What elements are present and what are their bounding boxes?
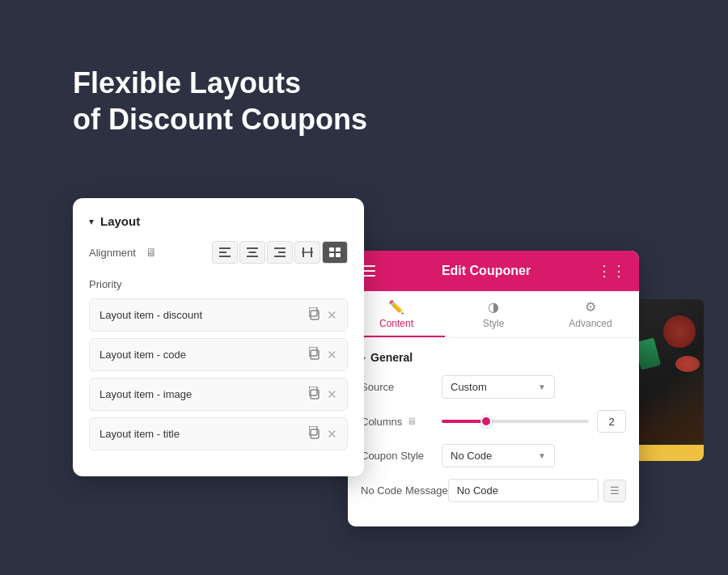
layout-item-image-name: Layout item - image (99, 388, 309, 400)
hero-section: Flexible Layouts of Discount Coupons (73, 65, 367, 137)
svg-rect-14 (329, 253, 334, 257)
source-value: Custom (451, 381, 487, 393)
layout-item-title: Layout item - title ✕ (89, 417, 348, 450)
align-stretch-button[interactable] (294, 241, 320, 264)
alignment-row: Alignment 🖥 (89, 241, 348, 264)
svg-rect-12 (329, 247, 334, 252)
coupon-style-value: No Code (451, 450, 492, 462)
remove-image-button[interactable]: ✕ (327, 387, 337, 402)
content-tab-icon: ✏️ (388, 299, 404, 315)
alignment-label: Alignment (89, 247, 136, 259)
nocode-msg-input[interactable]: No Code (448, 479, 599, 502)
layout-panel-header: ▾ Layout (89, 214, 348, 228)
svg-rect-6 (274, 247, 286, 249)
svg-rect-3 (247, 247, 258, 249)
advanced-tab-icon: ⚙ (585, 299, 596, 315)
source-row: Source Custom ▼ (361, 375, 626, 399)
svg-rect-1 (219, 252, 226, 253)
general-section-title: General (361, 351, 626, 364)
hero-line2: of Discount Coupons (73, 103, 367, 136)
copy-image-button[interactable] (309, 387, 320, 402)
edit-panel-title: Edit Couponer (442, 264, 531, 278)
align-right-button[interactable] (267, 241, 293, 264)
coupon-style-label: Coupon Style (361, 450, 442, 462)
svg-rect-2 (219, 256, 231, 257)
priority-label: Priority (89, 278, 348, 290)
nocode-msg-row: No Code Message No Code ☰ (361, 479, 626, 502)
copy-discount-button[interactable] (309, 307, 320, 323)
layout-item-discount: Layout item - discount ✕ (89, 298, 348, 332)
columns-label: Columns 🖥 (361, 416, 442, 428)
columns-value: 2 (597, 410, 626, 433)
source-label: Source (361, 381, 442, 393)
copy-title-button[interactable] (309, 426, 320, 442)
tab-advanced[interactable]: ⚙ Advanced (542, 291, 639, 337)
columns-monitor-icon: 🖥 (407, 416, 417, 427)
nocode-msg-icon[interactable]: ☰ (603, 480, 626, 502)
svg-rect-7 (278, 252, 286, 253)
alignment-buttons (212, 241, 348, 264)
layout-item-code-name: Layout item - code (99, 349, 309, 361)
layout-item-image-actions: ✕ (309, 387, 337, 402)
align-center-button[interactable] (239, 241, 265, 264)
svg-rect-4 (249, 252, 256, 253)
svg-rect-13 (336, 247, 341, 252)
remove-discount-button[interactable]: ✕ (327, 308, 337, 323)
edit-panel-body: General Source Custom ▼ Columns 🖥 (348, 338, 639, 526)
layout-item-image: Layout item - image ✕ (89, 378, 348, 411)
collapse-icon[interactable]: ▾ (89, 216, 94, 227)
edit-couponer-panel: Edit Couponer ⋮⋮ ✏️ Content ◑ Style ⚙ Ad… (348, 251, 639, 526)
columns-slider[interactable] (442, 420, 589, 423)
layout-item-code-actions: ✕ (309, 347, 337, 362)
food-image-card (631, 299, 704, 461)
remove-title-button[interactable]: ✕ (327, 427, 337, 442)
remove-code-button[interactable]: ✕ (327, 348, 337, 362)
svg-rect-8 (274, 256, 286, 257)
tab-advanced-label: Advanced (569, 318, 612, 329)
layout-panel: ▾ Layout Alignment 🖥 Priority Layou (73, 198, 364, 476)
layout-item-title-name: Layout item - title (99, 428, 309, 440)
svg-rect-0 (219, 247, 231, 249)
svg-rect-15 (336, 253, 341, 257)
source-chevron-icon: ▼ (538, 383, 546, 391)
align-custom-button[interactable] (322, 241, 348, 264)
layout-item-discount-actions: ✕ (309, 307, 337, 323)
hero-line1: Flexible Layouts (73, 66, 301, 99)
columns-control: 2 (442, 410, 626, 433)
nocode-msg-label: No Code Message (361, 484, 448, 497)
food-card-yellow-bar (631, 445, 704, 461)
monitor-icon: 🖥 (146, 246, 157, 259)
source-control: Custom ▼ (442, 375, 626, 399)
columns-row: Columns 🖥 2 (361, 410, 626, 433)
edit-panel-header: Edit Couponer ⋮⋮ (348, 251, 639, 291)
tab-style[interactable]: ◑ Style (445, 291, 542, 337)
style-tab-icon: ◑ (488, 299, 499, 315)
copy-code-button[interactable] (309, 347, 320, 362)
coupon-style-select[interactable]: No Code ▼ (442, 444, 555, 467)
coupon-style-chevron-icon: ▼ (538, 451, 546, 460)
svg-rect-5 (247, 256, 258, 257)
coupon-style-control: No Code ▼ (442, 444, 626, 467)
tab-content-label: Content (379, 318, 413, 329)
nocode-msg-control: No Code ☰ (448, 479, 626, 502)
layout-item-title-actions: ✕ (309, 426, 337, 442)
layout-item-discount-name: Layout item - discount (99, 309, 309, 321)
tab-style-label: Style (483, 318, 505, 329)
source-select[interactable]: Custom ▼ (442, 375, 555, 399)
grid-icon[interactable]: ⋮⋮ (597, 262, 626, 280)
layout-item-code: Layout item - code ✕ (89, 338, 348, 371)
coupon-style-row: Coupon Style No Code ▼ (361, 444, 626, 467)
align-left-button[interactable] (212, 241, 238, 264)
layout-panel-title: Layout (100, 214, 140, 228)
edit-panel-tabs: ✏️ Content ◑ Style ⚙ Advanced (348, 291, 639, 338)
food-image-inner (631, 299, 704, 461)
